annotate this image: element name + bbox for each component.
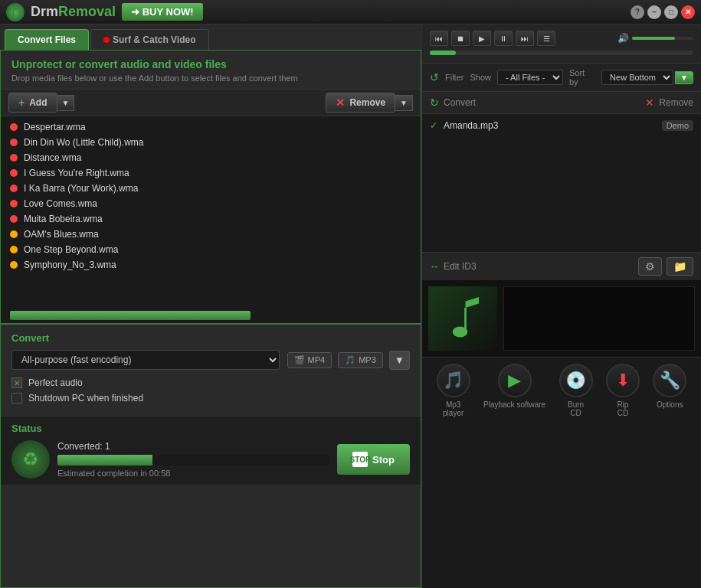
file-status-dot	[10, 185, 18, 192]
list-item[interactable]: OAM's Blues.wma	[1, 227, 421, 242]
id3-settings-button[interactable]: ⚙	[638, 257, 662, 276]
app-title: DrmRemoval	[31, 4, 116, 20]
file-status-dot	[10, 200, 18, 207]
svg-point-1	[453, 327, 468, 338]
add-dropdown-arrow[interactable]: ▼	[57, 95, 75, 111]
file-status-dot	[10, 230, 18, 238]
burn-cd-icon: 💿	[559, 364, 593, 397]
minimize-button[interactable]: –	[647, 5, 661, 19]
add-button[interactable]: + Add	[8, 93, 57, 113]
stop-button[interactable]: STOP Stop	[337, 444, 410, 475]
convert-title: Convert	[11, 332, 410, 344]
nav-item-rip-cd[interactable]: ⬇ RipCD	[606, 364, 640, 417]
file-name: Distance.wma	[24, 152, 81, 163]
refresh-icon[interactable]: ↺	[430, 71, 439, 83]
file-list[interactable]: Despertar.wma Din Din Wo (Little Child).…	[1, 116, 421, 308]
maximize-button[interactable]: □	[664, 5, 678, 19]
progress-bar-container	[57, 455, 329, 466]
perfect-audio-label: Perfect audio	[28, 377, 83, 388]
nav-label-options: Options	[657, 400, 683, 409]
list-item[interactable]: Love Comes.wma	[1, 196, 421, 211]
playback-icon: ▶	[498, 364, 532, 397]
file-name: Despertar.wma	[24, 122, 86, 132]
right-toolbar: ↻ Convert ✕ Remove	[422, 92, 701, 114]
nav-label-playback: Playback software	[483, 400, 545, 409]
status-row: ♻ Converted: 1 Estimated completion in 0…	[11, 440, 410, 479]
perfect-audio-checkbox[interactable]	[11, 377, 22, 388]
file-name: I Ka Barra (Your Work).wma	[24, 183, 138, 194]
app-title-drm: Drm	[31, 4, 58, 19]
close-button[interactable]: ✕	[681, 5, 695, 19]
fast-forward-button[interactable]: ⏭	[516, 31, 534, 46]
remove-right-button[interactable]: ✕ Remove	[645, 96, 693, 109]
player-controls: ⏮ ⏹ ▶ ⏸ ⏭ ☰ 🔊	[422, 24, 701, 64]
file-toolbar: + Add ▼ ✕ Remove ▼	[1, 89, 421, 116]
volume-fill	[632, 37, 675, 40]
file-status-dot	[10, 246, 18, 253]
tab-surf[interactable]: Surf & Catch Video	[90, 29, 208, 50]
title-controls: ? – □ ✕	[631, 5, 695, 19]
remove-button[interactable]: ✕ Remove	[326, 93, 395, 113]
format-select[interactable]: All-purpose (fast encoding)	[11, 350, 280, 370]
transport-row: ⏮ ⏹ ▶ ⏸ ⏭ ☰ 🔊	[430, 31, 693, 46]
list-item[interactable]: Distance.wma	[1, 150, 421, 165]
mp4-format-button[interactable]: 🎬 MP4	[287, 352, 332, 368]
right-panel: ⏮ ⏹ ▶ ⏸ ⏭ ☰ 🔊 ↺ Filter Show	[421, 24, 701, 588]
music-note-icon	[428, 286, 497, 351]
nav-item-options[interactable]: 🔧 Options	[653, 364, 686, 417]
format-dropdown-button[interactable]: ▼	[389, 351, 410, 370]
right-file-list[interactable]: ✓ Amanda.mp3 Demo	[422, 114, 701, 252]
nav-item-playback[interactable]: ▶ Playback software	[483, 364, 545, 417]
rewind-button[interactable]: ⏮	[430, 31, 448, 46]
remove-right-icon: ✕	[645, 96, 654, 109]
right-file-name: Amanda.mp3	[444, 120, 656, 131]
id3-folder-button[interactable]: 📁	[667, 257, 693, 276]
shutdown-checkbox[interactable]	[11, 393, 22, 403]
tabs: Convert Files Surf & Catch Video	[0, 24, 421, 50]
estimated-text: Estimated completion in 00:58	[57, 469, 329, 478]
list-item[interactable]: Din Din Wo (Little Child).wma	[1, 135, 421, 150]
file-name: I Guess You're Right.wma	[24, 168, 129, 178]
filter-select[interactable]: - All Files -	[497, 70, 563, 85]
nav-label-burn: BurnCD	[568, 400, 584, 417]
format-icons: 🎬 MP4 🎵 MP3 ▼	[287, 351, 410, 370]
file-name: Symphony_No_3.wma	[24, 260, 116, 270]
list-item[interactable]: Symphony_No_3.wma	[1, 257, 421, 273]
help-button[interactable]: ?	[631, 5, 644, 19]
buy-now-button[interactable]: ➜ BUY NOW!	[122, 3, 203, 21]
seek-fill	[430, 51, 456, 55]
sort-dropdown-button[interactable]: ▼	[675, 71, 693, 84]
convert-right-button[interactable]: ↻ Convert	[430, 96, 476, 109]
nav-label-mp3: Mp3player	[443, 400, 464, 417]
stop-icon: STOP	[352, 452, 368, 467]
list-item[interactable]: Muita Bobeira.wma	[1, 211, 421, 227]
tab-convert[interactable]: Convert Files	[5, 29, 89, 50]
mp3-format-button[interactable]: 🎵 MP3	[338, 352, 383, 368]
convert-section: Convert All-purpose (fast encoding) 🎬 MP…	[1, 323, 421, 416]
seek-bar[interactable]	[430, 51, 693, 55]
list-item[interactable]: Despertar.wma	[1, 119, 421, 135]
file-status-dot	[10, 154, 18, 162]
app-title-removal: Removal	[58, 4, 116, 19]
list-item[interactable]: One Step Beyond.wma	[1, 242, 421, 257]
nav-item-mp3-player[interactable]: 🎵 Mp3player	[437, 364, 470, 417]
pause-button[interactable]: ⏸	[494, 31, 513, 46]
remove-dropdown-arrow[interactable]: ▼	[395, 95, 413, 111]
play-button[interactable]: ▶	[473, 31, 491, 46]
check-icon: ✓	[430, 120, 437, 131]
file-progress-area	[1, 308, 421, 323]
file-name: OAM's Blues.wma	[24, 229, 99, 240]
title-bar-left: 🎵 DrmRemoval ➜ BUY NOW!	[6, 3, 203, 21]
menu-button[interactable]: ☰	[537, 31, 555, 46]
mp4-icon: 🎬	[294, 355, 305, 365]
stop-transport-button[interactable]: ⏹	[451, 31, 470, 46]
status-title: Status	[11, 423, 410, 434]
nav-item-burn-cd[interactable]: 💿 BurnCD	[559, 364, 593, 417]
preview-area	[503, 286, 695, 351]
list-item[interactable]: I Guess You're Right.wma	[1, 165, 421, 181]
list-item[interactable]: I Ka Barra (Your Work).wma	[1, 181, 421, 196]
sort-select[interactable]: New Bottom	[601, 70, 673, 85]
volume-track[interactable]	[632, 37, 693, 40]
left-content: Unprotect or convert audio and video fil…	[0, 50, 421, 588]
list-item[interactable]: ✓ Amanda.mp3 Demo	[422, 117, 701, 134]
